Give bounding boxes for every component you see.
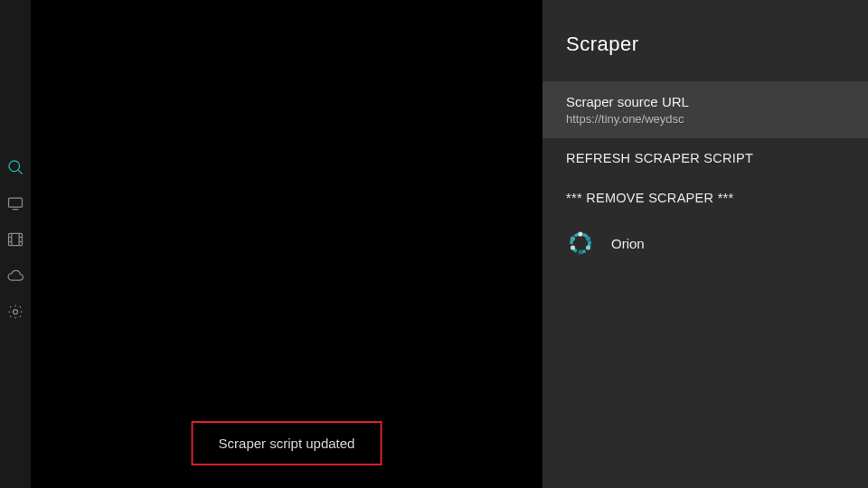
main-area: Scraper script updated xyxy=(31,0,542,488)
svg-point-0 xyxy=(9,161,20,172)
panel-item-remove[interactable]: *** REMOVE SCRAPER *** xyxy=(542,178,868,218)
sidebar xyxy=(0,0,31,488)
orion-icon xyxy=(566,229,595,258)
settings-panel: Scraper Scraper source URL https://tiny.… xyxy=(542,0,868,488)
panel-title: Scraper xyxy=(542,33,868,81)
sidebar-item-settings[interactable] xyxy=(5,304,25,324)
svg-point-14 xyxy=(586,236,590,240)
panel-item-orion[interactable]: Orion xyxy=(542,218,868,268)
svg-point-13 xyxy=(578,231,582,236)
svg-rect-4 xyxy=(9,233,23,245)
toast-message: Scraper script updated xyxy=(219,436,355,451)
search-icon xyxy=(6,158,24,180)
panel-item-refresh[interactable]: REFRESH SCRAPER SCRIPT xyxy=(542,138,868,178)
svg-point-11 xyxy=(14,310,18,314)
svg-point-16 xyxy=(578,249,582,254)
svg-point-15 xyxy=(586,245,590,249)
sidebar-item-search[interactable] xyxy=(5,159,25,179)
orion-label: Orion xyxy=(611,236,645,251)
sidebar-item-movies[interactable] xyxy=(5,231,25,251)
monitor-icon xyxy=(6,194,24,216)
svg-point-17 xyxy=(571,245,575,249)
svg-rect-2 xyxy=(9,198,23,207)
film-icon xyxy=(6,230,24,252)
toast-notification: Scraper script updated xyxy=(192,421,382,465)
cloud-icon xyxy=(6,267,24,288)
gear-icon xyxy=(6,303,24,324)
sidebar-item-tv[interactable] xyxy=(5,195,25,215)
app-root: Scraper script updated Scraper Scraper s… xyxy=(0,0,868,488)
refresh-label: REFRESH SCRAPER SCRIPT xyxy=(566,151,844,165)
panel-list: Scraper source URL https://tiny.one/weyd… xyxy=(542,81,868,268)
source-url-value: https://tiny.one/weydsc xyxy=(566,112,844,126)
remove-label: *** REMOVE SCRAPER *** xyxy=(566,191,844,205)
panel-item-source-url[interactable]: Scraper source URL https://tiny.one/weyd… xyxy=(542,81,868,138)
source-url-label: Scraper source URL xyxy=(566,94,844,109)
svg-point-18 xyxy=(571,236,575,240)
sidebar-item-cloud[interactable] xyxy=(5,267,25,287)
svg-line-1 xyxy=(18,170,22,174)
